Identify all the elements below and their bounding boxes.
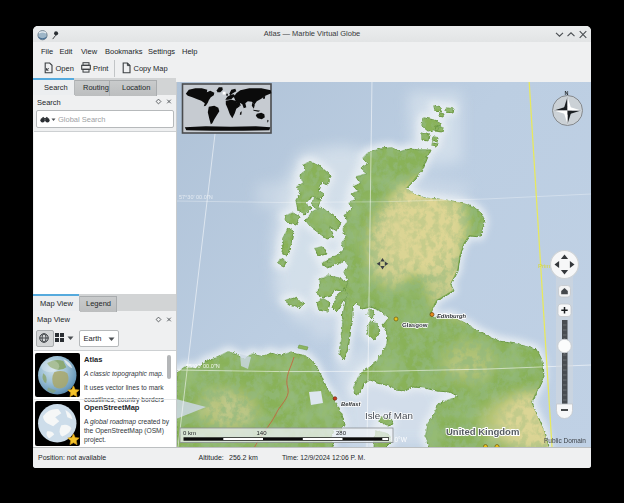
svg-text:140: 140 xyxy=(257,430,268,436)
svg-text:N: N xyxy=(565,90,569,96)
svg-text:Public Domain: Public Domain xyxy=(544,437,586,444)
svg-text:Isle of Man: Isle of Man xyxy=(365,410,413,421)
svg-text:0 km: 0 km xyxy=(183,430,196,436)
svg-text:United Kingdom: United Kingdom xyxy=(446,426,519,437)
svg-text:55°00' 00.0"N: 55°00' 00.0"N xyxy=(186,363,220,369)
svg-text:Belfast: Belfast xyxy=(341,401,361,407)
svg-text:280: 280 xyxy=(336,430,347,436)
svg-text:Glasgow: Glasgow xyxy=(402,321,428,328)
svg-text:57°30' 00.0"N: 57°30' 00.0"N xyxy=(179,194,213,200)
svg-text:Edinburgh: Edinburgh xyxy=(437,313,466,319)
